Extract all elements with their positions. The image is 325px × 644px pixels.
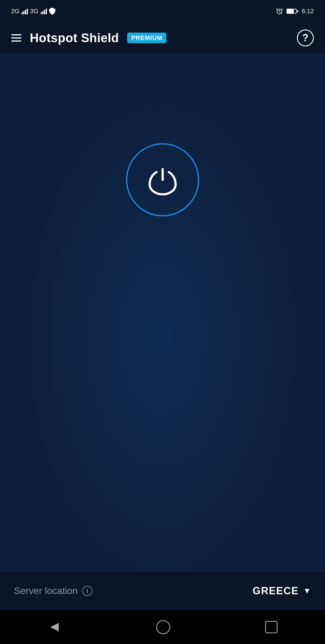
nav-bar <box>0 610 325 644</box>
network2-label: 3G <box>30 8 38 15</box>
main-content: Connect LTSoft.xyz <box>0 53 325 571</box>
connect-button[interactable] <box>126 143 199 216</box>
premium-badge: PREMIUM <box>127 33 166 43</box>
header: Hotspot Shield PREMIUM ? <box>0 22 325 53</box>
info-icon[interactable]: i <box>82 586 92 596</box>
country-selector[interactable]: GREECE ▼ <box>253 585 311 597</box>
svg-line-2 <box>279 12 280 12</box>
server-location-label: Server location <box>14 585 78 596</box>
help-button[interactable]: ? <box>297 30 314 46</box>
back-triangle-icon <box>47 620 62 634</box>
alarm-icon <box>276 8 283 15</box>
server-location-left: Server location i <box>14 585 92 596</box>
status-right: 6:12 <box>276 8 314 15</box>
home-button[interactable] <box>156 620 170 634</box>
battery-icon <box>287 9 298 14</box>
svg-line-3 <box>276 9 277 10</box>
back-button[interactable] <box>47 620 62 634</box>
time-display: 6:12 <box>302 8 314 15</box>
power-button-container: Connect <box>126 143 199 242</box>
home-circle-icon <box>156 620 170 634</box>
recent-apps-button[interactable] <box>265 621 278 633</box>
connect-label: Connect <box>143 230 182 242</box>
svg-line-4 <box>282 9 283 10</box>
bottom-bar: Server location i GREECE ▼ <box>0 571 325 610</box>
country-name: GREECE <box>253 585 299 597</box>
shield-icon <box>49 8 55 15</box>
watermark-text: LTSoft.xyz <box>136 298 189 310</box>
chevron-down-icon: ▼ <box>303 586 311 595</box>
status-bar: 2G 3G 6:12 <box>0 0 325 22</box>
status-left: 2G 3G <box>11 8 55 15</box>
svg-marker-5 <box>50 623 59 631</box>
menu-button[interactable] <box>11 34 21 42</box>
power-icon <box>147 164 178 195</box>
recent-square-icon <box>265 621 278 633</box>
signal-bars-1 <box>22 8 28 14</box>
signal-bars-2 <box>41 8 47 14</box>
network1-label: 2G <box>11 8 19 15</box>
app-title: Hotspot Shield <box>30 31 119 45</box>
header-left: Hotspot Shield PREMIUM <box>11 31 166 45</box>
background-gradient <box>0 53 325 571</box>
